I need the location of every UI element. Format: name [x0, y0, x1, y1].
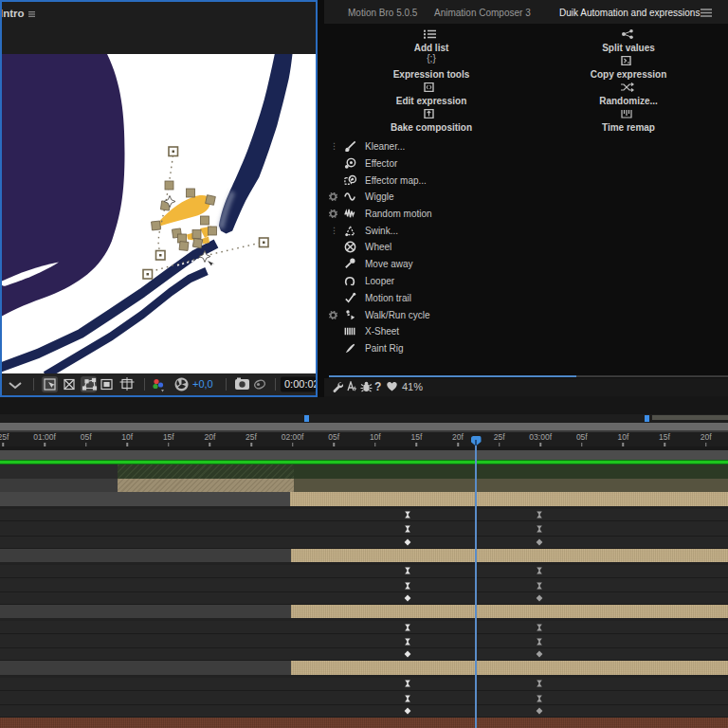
svg-text:+0,0: +0,0	[192, 378, 213, 390]
svg-text:0:00:02: 0:00:02	[284, 378, 316, 390]
